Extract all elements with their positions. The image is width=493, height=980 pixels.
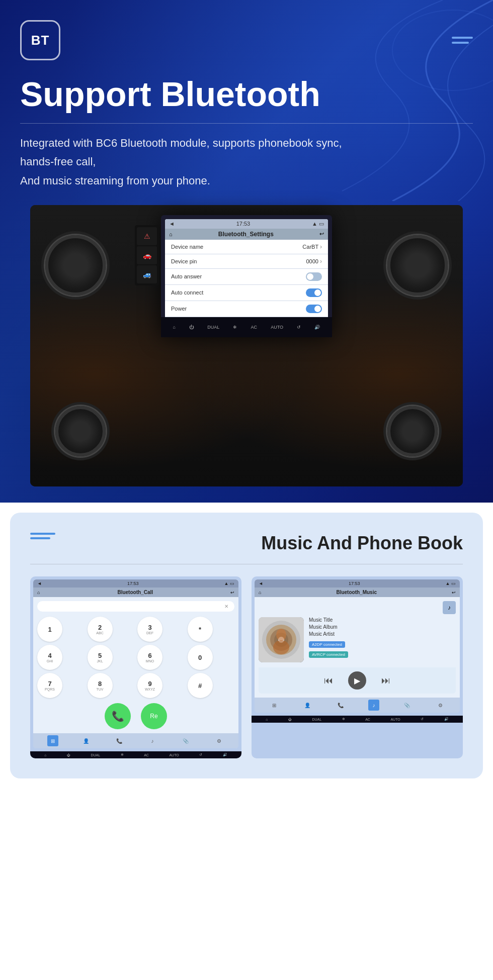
call-appbar-settings[interactable]: ⚙ [213, 735, 224, 746]
hero-title: Support Bluetooth [20, 75, 473, 113]
dial-btn-7[interactable]: 7PQRS [37, 673, 62, 698]
dial-btn-star[interactable]: * [188, 617, 213, 642]
music-hu-vol[interactable]: 🔊 [444, 717, 449, 721]
settings-row-device-name[interactable]: Device name CarBT › [165, 240, 328, 254]
head-unit-screen: ◄ 17:53 ▲ ▭ ⌂ Bluetooth_Settings ↩ Devic… [165, 219, 328, 333]
setting-label-auto-connect: Auto connect [171, 289, 203, 296]
music-appbar-music[interactable]: ♪ [368, 700, 379, 711]
bluetooth-music-screen: ◄ 17:53 ▲ ▭ ⌂ Bluetooth_Music ↩ ♪ [255, 579, 460, 713]
bluetooth-call-screen-wrap: ◄ 17:53 ▲ ▭ ⌂ Bluetooth_Call ↩ ✕ 1 [30, 576, 241, 758]
call-appbar-phone[interactable]: 📞 [114, 735, 125, 746]
hazard-button[interactable]: ⚠ [137, 227, 157, 245]
call-status-icons: ▲ ▭ [224, 581, 234, 586]
dial-btn-1[interactable]: 1 [37, 617, 62, 642]
music-appbar-contacts[interactable]: 👤 [302, 700, 313, 711]
section-menu-icon[interactable] [30, 533, 55, 539]
dial-btn-2[interactable]: 2ABC [88, 617, 113, 642]
music-home-icon[interactable]: ⌂ [259, 590, 261, 595]
call-hu-vol[interactable]: 🔊 [223, 753, 227, 757]
call-back-btn[interactable]: ◄ [37, 581, 42, 586]
settings-row-device-pin[interactable]: Device pin 0000 › [165, 254, 328, 269]
dial-btn-6[interactable]: 6MNO [137, 645, 162, 670]
music-track-info: Music Title Music Album Music Artist A2D… [309, 617, 456, 659]
music-appbar-attachment[interactable]: 📎 [401, 700, 413, 711]
dialpad-search-bar[interactable]: ✕ [37, 601, 234, 612]
call-hu-auto[interactable]: AUTO [169, 753, 179, 757]
hu-auto[interactable]: AUTO [271, 325, 283, 330]
home-icon[interactable]: ⌂ [169, 231, 173, 237]
album-art [259, 617, 304, 662]
call-hu-home[interactable]: ⌂ [44, 753, 46, 757]
hu-fan[interactable]: ❄ [233, 325, 237, 330]
speaker-bottom-right [387, 406, 438, 456]
car-button[interactable]: 🚙 [137, 265, 157, 283]
hu-home[interactable]: ⌂ [173, 325, 176, 330]
music-player-content: ♪ [255, 597, 460, 698]
hu-vol[interactable]: 🔊 [314, 325, 320, 330]
music-hu-power[interactable]: ⏻ [288, 718, 292, 721]
toggle-power[interactable] [306, 305, 322, 313]
next-track-icon[interactable]: ⏭ [381, 675, 390, 686]
dial-btn-4[interactable]: 4GHI [37, 645, 62, 670]
music-hu-home[interactable]: ⌂ [266, 718, 268, 721]
hamburger-menu[interactable] [452, 37, 473, 44]
call-appbar-contacts[interactable]: 👤 [80, 735, 92, 746]
hu-recirc[interactable]: ↺ [297, 325, 301, 330]
dial-btn-0[interactable]: 0 [188, 645, 213, 670]
seatbelt-button[interactable]: 🚗 [137, 246, 157, 264]
music-hu-dual[interactable]: DUAL [312, 718, 321, 721]
music-appbar-apps[interactable]: ⊞ [269, 700, 280, 711]
call-appbar-music[interactable]: ♪ [147, 735, 158, 746]
music-hu-recirc[interactable]: ↺ [421, 717, 424, 721]
call-hu-ac[interactable]: AC [144, 753, 149, 757]
hero-section: BT Support Bluetooth Integrated with BC6… [0, 0, 493, 503]
music-hu-auto[interactable]: AUTO [390, 718, 400, 721]
toggle-auto-connect[interactable] [306, 288, 322, 297]
toggle-auto-answer[interactable] [306, 272, 322, 281]
dial-btn-5[interactable]: 5JKL [88, 645, 113, 670]
setting-label-device-name: Device name [171, 244, 203, 250]
status-icons: ▲ ▭ [312, 221, 324, 227]
music-navbar: ⌂ Bluetooth_Music ↩ [255, 587, 460, 597]
music-status-icons: ▲ ▭ [446, 581, 456, 586]
music-hu-fan[interactable]: ❄ [342, 717, 345, 721]
hu-dual[interactable]: DUAL [207, 325, 219, 330]
hu-power[interactable]: ⏻ [189, 325, 194, 330]
settings-row-auto-connect[interactable]: Auto connect [165, 285, 328, 301]
call-hu-recirc[interactable]: ↺ [199, 753, 202, 757]
hu-ac[interactable]: AC [251, 325, 258, 330]
settings-row-auto-answer[interactable]: Auto answer [165, 269, 328, 285]
music-statusbar: ◄ 17:53 ▲ ▭ [255, 579, 460, 587]
dial-btn-3[interactable]: 3DEF [137, 617, 162, 642]
music-back-btn[interactable]: ◄ [259, 581, 263, 586]
dial-call-button[interactable]: 📞 [105, 703, 131, 729]
call-hu-dual[interactable]: DUAL [91, 753, 100, 757]
dial-btn-9[interactable]: 9WXYZ [137, 673, 162, 698]
svg-point-8 [273, 640, 289, 654]
call-appbar-attachment[interactable]: 📎 [180, 735, 191, 746]
music-note-icon[interactable]: ♪ [443, 601, 456, 614]
call-appbar-apps[interactable]: ⊞ [47, 735, 58, 746]
hero-header: BT [20, 20, 473, 60]
dialpad-clear-icon[interactable]: ✕ [224, 604, 228, 609]
call-home-icon[interactable]: ⌂ [37, 590, 40, 595]
music-hu-ac[interactable]: AC [365, 718, 370, 721]
back-icon[interactable]: ↩ [319, 231, 324, 237]
setting-label-auto-answer: Auto answer [171, 273, 202, 279]
call-hu-fan[interactable]: ❄ [121, 753, 124, 757]
call-hu-power[interactable]: ⏻ [67, 753, 70, 757]
music-appbar-phone[interactable]: 📞 [335, 700, 346, 711]
dial-btn-hash[interactable]: # [188, 673, 213, 698]
dial-redial-button[interactable]: Re [141, 703, 167, 729]
prev-track-icon[interactable]: ⏮ [324, 675, 333, 686]
bt-logo: BT [20, 20, 60, 60]
album-art-svg [259, 617, 304, 662]
music-appbar-settings[interactable]: ⚙ [435, 700, 446, 711]
play-pause-button[interactable]: ▶ [348, 671, 366, 690]
settings-row-power[interactable]: Power [165, 301, 328, 317]
back-arrow[interactable]: ◄ [169, 221, 175, 227]
dial-btn-8[interactable]: 8TUV [88, 673, 113, 698]
call-back-icon[interactable]: ↩ [230, 590, 234, 595]
speaker-top-left [45, 235, 106, 296]
music-back-icon[interactable]: ↩ [452, 590, 456, 595]
